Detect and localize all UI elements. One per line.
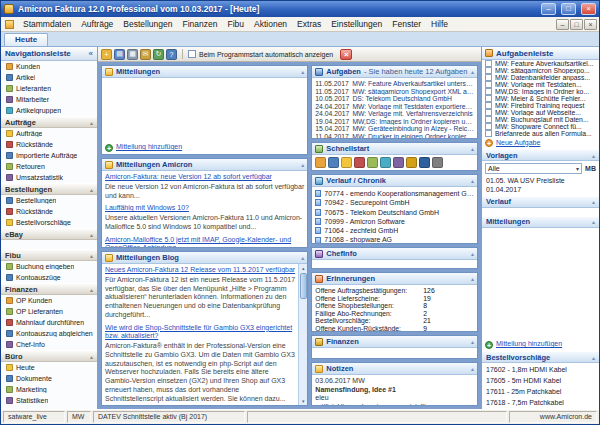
vorlagen-filter-select[interactable]: Alle ▾ <box>485 163 582 174</box>
chevron-up-icon[interactable]: ▴ <box>301 161 304 168</box>
task-item[interactable]: MW: sätagamicron Shopexpo... <box>482 67 599 74</box>
refresh-icon[interactable]: ↻ <box>153 49 164 60</box>
menu-item[interactable]: Aktionen <box>249 18 292 30</box>
chevron-up-icon[interactable]: ▴ <box>301 68 304 75</box>
news-link[interactable]: Wie wird die Shop-Schnittstelle für Gamb… <box>105 324 295 342</box>
quickstart-lieferanten-icon[interactable] <box>380 157 391 168</box>
quickstart-kunden-icon[interactable] <box>315 157 326 168</box>
nav-item[interactable]: Mahnlauf durchführen <box>1 317 97 328</box>
autoshow-checkbox[interactable]: Beim Programmstart automatisch anzeigen <box>188 50 333 58</box>
nav-item[interactable]: Umsatzstatistik <box>1 172 97 183</box>
nav-group-header-fibu[interactable]: Fibu ▴ <box>1 249 97 261</box>
verlauf-item[interactable]: 70942 - Securepoint GmbH <box>315 198 474 207</box>
task-item[interactable]: MW: Feature Abverkaufsartikel... <box>482 60 599 67</box>
nav-item[interactable]: OP Lieferanten <box>1 306 97 317</box>
task-row[interactable]: 15.04.2017 MW: Geräteeinbindung in Alzey… <box>315 125 474 133</box>
reminder-row[interactable]: Offene Shopbestellungen: 8 <box>315 302 474 310</box>
task-item[interactable]: MW: Buchungslauf mit Daten... <box>482 116 599 123</box>
news-link[interactable]: Amicron-Mailoffice 5.0 jetzt mit IMAP, G… <box>105 236 304 248</box>
maximize-button[interactable]: □ <box>561 3 576 15</box>
statusbar-website-link[interactable]: www.Amicron.de <box>509 411 597 423</box>
mail-icon[interactable]: ✉ <box>140 49 151 60</box>
bestellvorschlag-item[interactable]: 17602 - 1,8m HDMI Kabel <box>482 364 599 375</box>
panel-notizen-header[interactable]: Notizen ▴ <box>312 363 477 375</box>
task-item[interactable]: Briefanrede aus allen Formula... <box>482 130 599 137</box>
reminder-row[interactable]: Fällige Abo-Rechnungen: 2 <box>315 310 474 318</box>
panel-chefinfo-header[interactable]: ChefInfo ▴ <box>312 248 477 260</box>
nav-item[interactable]: Buchung eingeben <box>1 261 97 272</box>
nav-item[interactable]: Aufträge <box>1 128 97 139</box>
nav-item[interactable]: Artikelgruppen <box>1 105 97 116</box>
scrollbar-down-icon[interactable]: ▾ <box>302 397 305 405</box>
task-checkbox[interactable] <box>485 109 492 116</box>
verlauf-item[interactable]: 71068 - shopware AG <box>315 235 474 243</box>
nav-item[interactable]: Rückstände <box>1 139 97 150</box>
nav-item[interactable]: Mitarbeiter <box>1 94 97 105</box>
chevron-up-icon[interactable]: ▴ <box>301 254 304 261</box>
add-message-link[interactable]: Mitteilung hinzufügen <box>496 340 562 349</box>
menu-item[interactable]: Einstellungen <box>326 18 387 30</box>
task-checkbox[interactable] <box>485 81 492 88</box>
verlauf-section-header[interactable]: Verlauf ▴ <box>482 196 599 208</box>
chevron-up-icon[interactable]: ▴ <box>471 275 474 282</box>
chevron-up-icon[interactable]: ▴ <box>471 365 474 372</box>
panel-erinnerungen-header[interactable]: Erinnerungen ▴ <box>312 273 477 285</box>
nav-group-header-ebay[interactable]: eBay ▴ <box>1 228 97 240</box>
reminder-row[interactable]: Offene Kunden-Rückstände: 9 <box>315 325 474 331</box>
nav-item[interactable]: Importierte Aufträge <box>1 150 97 161</box>
vorlagen-filter-tag[interactable]: MB <box>585 165 596 172</box>
chevron-up-icon[interactable]: ▴ <box>471 68 474 75</box>
panel-schnellstart-header[interactable]: Schnellstart ▴ <box>312 143 477 155</box>
close-button[interactable]: × <box>581 3 596 15</box>
verlauf-item[interactable]: 70999 - Amicron Software <box>315 217 474 226</box>
task-item[interactable]: MW: Datenbankfelder anpass... <box>482 74 599 81</box>
scrollbar-up-icon[interactable]: ▴ <box>302 264 305 272</box>
nav-item[interactable]: Statistiken <box>1 395 97 406</box>
task-checkbox[interactable] <box>485 116 492 123</box>
scrollbar-thumb[interactable] <box>300 273 307 299</box>
verlauf-item[interactable]: 70774 - emendo Kooperationsmanagement Gm… <box>315 189 474 198</box>
bestellvorschlag-item[interactable]: 17605 - 5m HDMI Kabel <box>482 375 599 386</box>
reminder-row[interactable]: Bestellvorschläge: 21 <box>315 317 474 325</box>
task-checkbox[interactable] <box>485 88 492 95</box>
quickstart-auftraege-icon[interactable] <box>341 157 352 168</box>
nav-item[interactable]: Marketing <box>1 384 97 395</box>
menu-item[interactable]: Fibu <box>222 18 249 30</box>
task-row[interactable]: 24.04.2017 MW: Verlage mit. Verfahrensve… <box>315 110 474 118</box>
news-link[interactable]: Amicron-Faktura: neue Version 12 ab sofo… <box>105 173 304 182</box>
quickstart-rechnungen-icon[interactable] <box>354 157 365 168</box>
nav-item[interactable]: Dokumente <box>1 373 97 384</box>
nav-item[interactable]: Bestellvorschläge <box>1 217 97 228</box>
mdi-restore-button[interactable]: □ <box>570 19 583 30</box>
task-item[interactable]: MW: Shopware Connect fü... <box>482 123 599 130</box>
collapse-icon[interactable]: « <box>89 49 93 58</box>
task-item[interactable]: MW: Firebird Training request <box>482 102 599 109</box>
nav-item[interactable]: Kontoauszüge <box>1 272 97 283</box>
nav-item[interactable]: Rückstände <box>1 206 97 217</box>
mdi-child-icon[interactable] <box>5 20 14 29</box>
mitteilungen-section-header[interactable]: Mitteilungen ▴ <box>482 216 599 228</box>
menu-item[interactable]: Hilfe <box>426 18 453 30</box>
quickstart-bestellungen-icon[interactable] <box>367 157 378 168</box>
nav-group-header-auftraege[interactable]: Aufträge ▴ <box>1 116 97 128</box>
nav-item[interactable]: Retouren <box>1 161 97 172</box>
task-checkbox[interactable] <box>485 102 492 109</box>
nav-item[interactable]: OP Kunden <box>1 295 97 306</box>
task-item[interactable]: MW: Vorlage auf Webseite... <box>482 109 599 116</box>
panel-verlauf-header[interactable]: Verlauf / Chronik ▴ <box>312 175 477 187</box>
task-checkbox[interactable] <box>485 95 492 102</box>
task-checkbox[interactable] <box>485 123 492 130</box>
chevron-up-icon[interactable]: ▴ <box>471 177 474 184</box>
task-row[interactable]: 11.05.2017 MW: sätagamicron Shopexport X… <box>315 88 474 96</box>
task-row[interactable]: 11.05.2017 MW: Feature Abverkaufsartikel… <box>315 80 474 88</box>
nav-group-header-finanzen[interactable]: Finanzen ▴ <box>1 283 97 295</box>
nav-group-header-bestellungen[interactable]: Bestellungen ▴ <box>1 183 97 195</box>
task-item[interactable]: MW,DS: Images in Ordner ko... <box>482 88 599 95</box>
mdi-close-button[interactable]: × <box>584 19 597 30</box>
nav-item[interactable]: Kunden <box>1 61 97 72</box>
reminder-row[interactable]: Offene Lieferscheine: 19 <box>315 295 474 303</box>
quickstart-kalender-icon[interactable] <box>419 157 430 168</box>
menu-item[interactable]: Bestellungen <box>118 18 177 30</box>
bestellvorschlaege-section-header[interactable]: Bestellvorschläge ▴ <box>482 351 599 363</box>
task-row[interactable]: 19.04.2017 MW,DS: Images in Ordner kopie… <box>315 118 474 126</box>
